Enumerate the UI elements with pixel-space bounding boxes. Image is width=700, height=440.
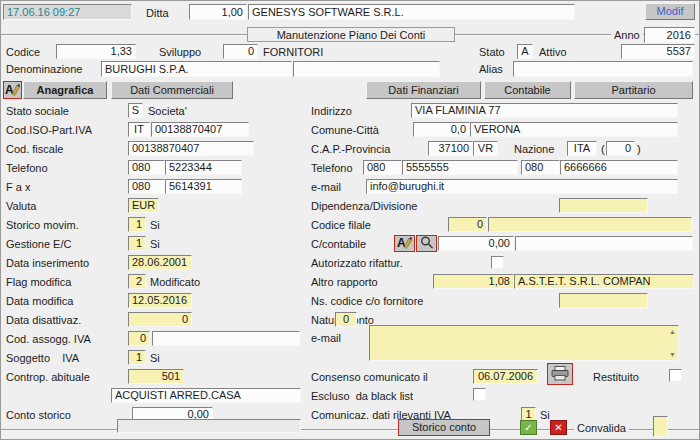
stato-sociale-description: Societa' [148,105,187,117]
controp-abituale-desc-field: ACQUISTI ARRED.CASA [111,388,301,403]
printer-icon [551,366,569,383]
convalida-ok-button[interactable]: ✓ [520,420,537,435]
flag-modifica-label: Flag modifica [6,276,71,288]
escluso-blacklist-checkbox[interactable] [473,388,486,401]
storico-movim-field[interactable]: 1 [128,217,146,232]
telefono2-number1-field[interactable]: 5555555 [402,160,518,175]
stato-sociale-field[interactable]: S [128,103,143,118]
telefono-number-field[interactable]: 5223344 [165,160,242,175]
valuta-label: Valuta [6,200,36,212]
ns-codice-fornitore-field[interactable] [559,293,648,308]
denominazione-extra-field[interactable] [293,61,440,77]
cod-assogg-iva-field[interactable]: 0 [128,331,150,346]
convalida-field[interactable] [653,416,668,437]
codice-field[interactable]: 1,33 [56,44,136,59]
nazione-label: Nazione [514,143,554,155]
sviluppo-field[interactable]: 0 [223,44,258,59]
email-field[interactable]: info@burughi.it [366,179,678,194]
cap-field[interactable]: 37100 [428,141,473,156]
restituito-checkbox[interactable] [669,369,682,382]
convalida-cancel-button[interactable]: ✕ [550,420,567,435]
modif-button[interactable]: Modif [645,3,695,20]
valuta-field[interactable]: EUR [128,198,159,213]
data-inserimento-field[interactable]: 28.06.2001 [128,255,192,270]
restituito-label: Restituito [593,371,639,383]
controp-abituale-field[interactable]: 501 [128,369,184,384]
gestione-ec-label: Gestione E/C [6,238,71,250]
tab-dati-finanziari[interactable]: Dati Finanziari [366,81,481,99]
escluso-blacklist-label: Escluso da black list [311,390,413,402]
autorizzato-rifattur-label: Autorizzato rifattur. [311,257,403,269]
dipendenza-divisione-field[interactable] [559,198,648,213]
sviluppo-label: Sviluppo [159,46,201,58]
consenso-comunicato-label: Consenso comunicato il [311,371,428,383]
anno-field[interactable]: 2016 [644,27,695,43]
partita-iva-field[interactable]: 00138870407 [151,122,249,137]
tab-contabile[interactable]: Contabile [484,81,571,99]
comune-city-field[interactable]: VERONA [470,122,678,137]
cod-assogg-iva-label: Cod. assogg. IVA [6,333,91,345]
data-modifica-label: Data modifica [6,295,73,307]
autorizzato-rifattur-checkbox[interactable] [491,256,504,269]
telefono-prefix-field[interactable]: 080 [128,160,165,175]
edit-anagrafica-button[interactable]: A [3,81,22,99]
flag-modifica-field[interactable]: 2 [128,274,146,289]
natura-conto-field[interactable]: 0 [335,312,357,327]
nazione-num-field[interactable]: 0 [606,141,635,156]
print-button[interactable] [547,363,573,385]
altro-rapporto-field[interactable]: 1,08 [433,274,514,289]
codice-filale-desc-field [488,217,692,232]
data-disattivaz-label: Data disattivaz. [6,314,81,326]
provincia-field[interactable]: VR [473,141,498,156]
nazione-paren-open: ( [601,143,605,155]
consenso-data-field[interactable]: 06.07.2006 [473,369,538,384]
telefono2-label: Telefono [311,162,353,174]
tab-partitario[interactable]: Partitario [574,81,693,99]
codice-filale-field[interactable]: 0 [448,217,487,232]
gestione-ec-description: Si [150,238,160,250]
tab-dati-commerciali[interactable]: Dati Commerciali [111,81,233,99]
edit-pen-icon: A [5,83,20,98]
denominazione-label: Denominazione [6,63,82,75]
gestione-ec-field[interactable]: 1 [128,236,146,251]
indirizzo-field[interactable]: VIA FLAMINIA 77 [411,103,678,118]
cod-iso-field[interactable]: IT [128,122,150,137]
stato-code-field[interactable]: A [517,44,533,59]
telefono2-number2-field[interactable]: 6666666 [560,160,678,175]
tab-anagrafica[interactable]: Anagrafica [23,81,107,99]
email2-scroll-up-icon[interactable]: ▲ [669,328,676,335]
denominazione-field[interactable]: BURUGHI S.P.A. [101,61,292,77]
ditta-code-field[interactable]: 1,00 [189,4,247,20]
cod-fiscale-label: Cod. fiscale [6,143,63,155]
cod-iso-partiva-label: Cod.ISO-Part.IVA [6,124,92,136]
soggetto-iva-label: Soggetto IVA [6,352,79,364]
telefono2-prefix1-field[interactable]: 080 [363,160,402,175]
page-title: Manutenzione Piano Dei Conti [247,27,455,42]
modif-button-label: Modif [657,5,684,17]
data-disattivaz-field[interactable]: 0 [128,312,192,327]
telefono2-prefix2-field[interactable]: 080 [521,160,560,175]
email2-scroll-down-icon[interactable]: ▼ [669,351,676,358]
storico-conto-button[interactable]: Storico conto [398,419,490,436]
cod-assogg-iva-desc-field [152,331,300,346]
c-contabile-field[interactable]: 0,00 [438,236,514,251]
controp-abituale-label: Controp. abituale [6,371,90,383]
email2-textarea[interactable] [369,325,679,361]
c-contabile-search-button[interactable] [416,235,437,252]
cod-fiscale-field[interactable]: 00138870407 [128,141,254,156]
soggetto-iva-field[interactable]: 1 [128,350,146,365]
fax-prefix-field[interactable]: 080 [128,179,165,194]
comune-code-field[interactable]: 0,0 [413,122,470,137]
comune-citta-label: Comune-Città [311,124,379,136]
soggetto-iva-description: Si [150,352,160,364]
ditta-name-field[interactable]: GENESYS SOFTWARE S.R.L. [248,4,575,20]
fax-number-field[interactable]: 5614391 [165,179,242,194]
piano-dei-conti-window: 17.06.16 09:27 Ditta 1,00 GENESYS SOFTWA… [0,0,700,440]
indirizzo-label: Indirizzo [311,105,352,117]
bottom-left-empty-field[interactable] [117,419,301,433]
altro-rapporto-desc-field: A.S.T.E.T. S.R.L. COMPAN [514,274,694,289]
c-contabile-edit-button[interactable]: A [394,235,415,252]
alias-field[interactable] [513,61,693,77]
data-modifica-field[interactable]: 12.05.2016 [128,293,192,308]
nazione-code-field[interactable]: ITA [567,141,597,156]
